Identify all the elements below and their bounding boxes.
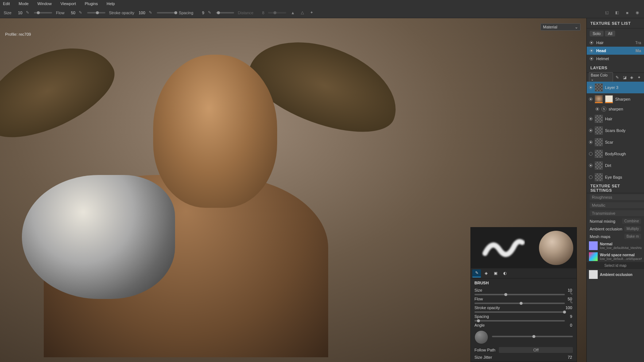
menu-plugins[interactable]: Plugins [85,1,98,6]
meshmap-row[interactable]: World space normallow_low_default...orld… [587,251,644,262]
effect-visibility[interactable] [595,107,599,111]
layer-visibility[interactable] [589,152,593,156]
layer-visibility[interactable] [589,97,593,101]
follow-path-row[interactable]: Follow Path Off [471,346,577,354]
layer-visibility[interactable] [589,164,593,167]
pen-icon[interactable]: ✎ [206,10,212,16]
meshmap-row[interactable]: Normallow_low_defaultMat_MeshNo [587,240,644,251]
layer-visibility[interactable] [589,86,593,89]
brush-spacing-slider[interactable] [474,320,565,322]
add-mask-icon[interactable]: ✎ [614,74,620,80]
ao-mixing-dropdown[interactable]: Multiply [624,226,641,231]
pen-icon[interactable]: ✎ [147,10,153,16]
pressure-link-icon[interactable]: ✎ [570,300,573,305]
add-fill-icon[interactable]: ✦ [636,74,642,80]
brush-flow-row[interactable]: Flow 50 ✎ [471,296,577,305]
layer-row[interactable]: Layer 3 [587,82,644,93]
layer-visibility[interactable] [589,175,593,179]
channel-dropdown[interactable]: Base Colo ⌄ [589,72,613,82]
layer-thumb[interactable] [595,83,603,92]
viewport-3d[interactable]: Profile: rec709 Material ⌄ ✎ ◈ ▣ ◐ BRUSH [0,18,586,362]
spacing-slider[interactable] [216,12,234,13]
brush-so-slider[interactable] [474,311,565,313]
visibility-radio[interactable] [590,57,593,61]
brush-stroke-opacity-row[interactable]: Stroke opacity 100 [471,305,577,314]
brush-tab-stencil[interactable]: ▣ [491,269,500,277]
menu-edit[interactable]: Edit [3,1,10,6]
flow-control[interactable]: Flow 50 ✎ [56,10,83,16]
symmetry-x-icon[interactable]: ▲ [290,10,296,16]
perspective-icon[interactable]: ◱ [604,10,610,16]
brush-size-row[interactable]: Size 10 ✎ [471,287,577,296]
solo-button[interactable]: Solo [590,31,604,36]
layer-thumb[interactable] [595,173,603,181]
spacing-control[interactable]: Spacing 9 ✎ [179,10,212,16]
distance-slider[interactable] [268,12,286,13]
add-layer-icon[interactable]: ◈ [629,74,635,80]
layer-effect-row[interactable]: Ssharpen [587,105,644,113]
transmissive-field[interactable] [590,210,644,216]
camera-photo-icon[interactable]: ◉ [635,10,640,16]
texture-set-item[interactable]: Helmet [587,55,644,63]
brush-size-slider[interactable] [474,294,565,295]
stroke-opacity-slider[interactable] [157,12,175,13]
pressure-link-icon[interactable]: ✎ [570,291,573,296]
texture-set-item[interactable]: HairTra [587,39,644,47]
metallic-field[interactable] [590,202,644,208]
visibility-radio[interactable] [590,49,593,52]
meshmap-thumb[interactable] [589,241,598,250]
menu-mode[interactable]: Mode [19,1,29,6]
pen-icon[interactable]: ✎ [78,10,84,16]
distance-control[interactable]: Distance 8 [238,11,264,15]
layer-row[interactable]: Scars Body [587,125,644,136]
layer-row[interactable]: Sharpen [587,93,644,105]
layer-thumb[interactable] [595,95,603,103]
cube-icon[interactable]: ◧ [614,10,620,16]
select-id-map[interactable]: Select id map [587,262,644,269]
angle-dial[interactable] [474,330,488,344]
layer-row[interactable]: Scar [587,136,644,148]
meshmap-thumb[interactable] [589,270,598,279]
layer-visibility[interactable] [589,117,593,121]
normal-mixing-dropdown[interactable]: Combine [622,218,641,224]
flow-slider[interactable] [87,12,105,13]
meshmap-thumb[interactable] [589,252,598,261]
layer-visibility[interactable] [589,140,593,144]
menu-window[interactable]: Window [38,1,52,6]
texture-set-item[interactable]: HeadMa [587,47,644,55]
brush-material-preview[interactable] [536,227,577,268]
symmetry-y-icon[interactable]: △ [299,10,305,16]
size-slider[interactable] [34,12,52,13]
add-effect-icon[interactable]: ◪ [622,74,628,80]
layer-visibility[interactable] [589,129,593,132]
layer-row[interactable]: Hair [587,113,644,125]
pen-icon[interactable]: ✎ [24,10,30,16]
size-control[interactable]: Size 10 ✎ [4,10,30,16]
brush-tab-alpha[interactable]: ◈ [482,269,490,277]
symmetry-opts-icon[interactable]: ✦ [309,10,315,16]
layer-thumb[interactable] [595,126,603,135]
meshmap-row[interactable]: Ambient occlusion [587,269,644,280]
brush-angle-controls[interactable] [471,329,577,346]
angle-slider[interactable] [492,336,573,337]
all-button[interactable]: All [605,31,615,36]
brush-spacing-row[interactable]: Spacing 9 [471,314,577,322]
layer-row[interactable]: Eye Bags [587,171,644,183]
layer-thumb[interactable] [595,161,603,170]
layer-mask-thumb[interactable] [605,95,613,103]
visibility-radio[interactable] [590,41,593,44]
brush-tab-material[interactable]: ◐ [501,269,509,277]
size-jitter-row[interactable]: Size Jitter 72 [471,354,577,362]
brush-stroke-preview[interactable] [471,227,536,268]
layer-row[interactable]: Dirt [587,160,644,171]
brush-flow-slider[interactable] [474,303,565,304]
layer-thumb[interactable] [595,138,603,146]
menu-viewport[interactable]: Viewport [61,1,76,6]
layer-thumb[interactable] [595,150,603,158]
brush-tab-brush[interactable]: ✎ [472,269,481,277]
layer-thumb[interactable] [595,115,603,123]
follow-path-toggle[interactable]: Off [499,347,573,353]
material-dropdown[interactable]: Material ⌄ [540,23,581,31]
bake-button[interactable]: Bake m [624,234,641,239]
menu-help[interactable]: Help [106,1,115,6]
